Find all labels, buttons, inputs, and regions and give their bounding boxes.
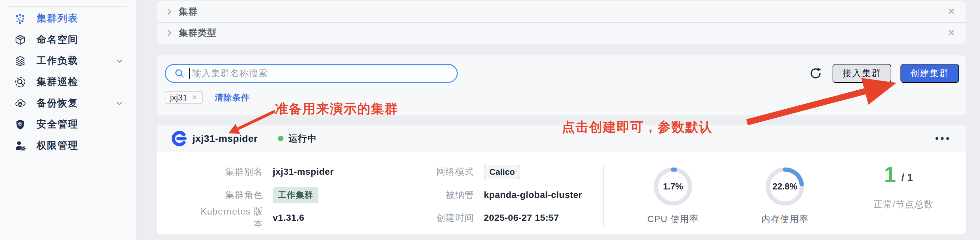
nodes-ready-count: 1 bbox=[884, 165, 896, 184]
sidebar-item-label: 集群列表 bbox=[37, 12, 78, 25]
cluster-card-body: 集群别名 jxj31-mspider 集群角色 工作集群 Kubernetes … bbox=[157, 152, 966, 234]
detail-row: 创建时间 2025-06-27 15:57 bbox=[398, 211, 559, 225]
close-icon[interactable]: ✕ bbox=[948, 7, 955, 16]
sidebar: 集群列表 命名空间 工作负载 bbox=[0, 0, 136, 240]
nodes-total-count: / 1 bbox=[901, 172, 913, 184]
filter-tag[interactable]: jxj31 ✕ bbox=[165, 91, 203, 104]
sidebar-nav: 集群列表 命名空间 工作负载 bbox=[0, 8, 136, 156]
detail-row: 集群别名 jxj31-mspider bbox=[196, 165, 334, 179]
detail-row: 被纳管 kpanda-global-cluster bbox=[398, 188, 582, 202]
backup-icon bbox=[14, 97, 26, 109]
sidebar-item-label: 集群巡检 bbox=[37, 75, 78, 89]
create-cluster-button[interactable]: 创建集群 bbox=[900, 64, 959, 83]
chevron-down-icon[interactable] bbox=[115, 56, 124, 65]
sidebar-item-cluster-list[interactable]: 集群列表 bbox=[0, 8, 136, 29]
memory-usage-label: 内存使用率 bbox=[743, 213, 827, 225]
close-icon[interactable]: ✕ bbox=[948, 29, 955, 38]
sidebar-item-label: 备份恢复 bbox=[37, 97, 78, 110]
status-dot bbox=[278, 136, 283, 141]
sidebar-item-security[interactable]: 安全管理 bbox=[0, 114, 136, 135]
detail-label: Kubernetes 版本 bbox=[196, 205, 263, 230]
search-icon bbox=[174, 68, 185, 79]
cpu-usage-label: CPU 使用率 bbox=[631, 213, 716, 225]
refresh-icon[interactable] bbox=[808, 66, 823, 81]
cluster-logo-icon bbox=[171, 130, 188, 147]
filter-tag-text: jxj31 bbox=[170, 92, 187, 103]
workload-icon bbox=[14, 55, 26, 67]
detail-value: v1.31.6 bbox=[273, 213, 304, 223]
memory-usage-value: 22.8% bbox=[764, 165, 806, 208]
security-shield-icon bbox=[14, 119, 26, 130]
inspection-icon bbox=[14, 76, 26, 88]
search-row: 输入集群名称搜索 接入集群 创建集群 bbox=[157, 56, 966, 83]
sidebar-item-namespace[interactable]: 命名空间 bbox=[0, 29, 136, 50]
namespace-icon bbox=[14, 34, 26, 46]
clear-filters-link[interactable]: 清除条件 bbox=[215, 92, 250, 103]
cluster-name[interactable]: jxj31-mspider bbox=[192, 133, 258, 144]
nodes-summary: 1 / 1 bbox=[884, 165, 913, 184]
detail-label: 集群角色 bbox=[196, 189, 263, 201]
network-mode-badge: Calico bbox=[484, 165, 520, 180]
memory-usage-metric: 22.8% 内存使用率 bbox=[743, 165, 827, 225]
sidebar-item-inspection[interactable]: 集群巡检 bbox=[0, 72, 136, 92]
panel-label: 集群类型 bbox=[179, 27, 216, 39]
chevron-right-icon[interactable] bbox=[165, 29, 173, 37]
connect-cluster-button[interactable]: 接入集群 bbox=[832, 64, 891, 83]
detail-label: 被纳管 bbox=[398, 189, 474, 201]
annotation-note-create-default: 点击创建即可，参数默认 bbox=[562, 118, 713, 136]
cluster-role-badge: 工作集群 bbox=[273, 187, 318, 203]
cpu-usage-value: 1.7% bbox=[652, 165, 694, 208]
detail-row: Kubernetes 版本 v1.31.6 bbox=[196, 211, 304, 225]
detail-row: 网络模式 Calico bbox=[398, 165, 520, 179]
sidebar-item-label: 工作负载 bbox=[37, 54, 78, 67]
cluster-card-header: jxj31-mspider 运行中 ••• bbox=[157, 125, 966, 152]
cluster-card: jxj31-mspider 运行中 ••• 集群别名 jxj31-mspider… bbox=[157, 125, 966, 234]
detail-row: 集群角色 工作集群 bbox=[196, 188, 318, 202]
sidebar-item-label: 权限管理 bbox=[37, 139, 78, 152]
panel-row-cluster[interactable]: 集群 ✕ bbox=[157, 1, 966, 22]
status-badge: 运行中 bbox=[288, 132, 317, 145]
detail-label: 创建时间 bbox=[398, 211, 474, 224]
search-input[interactable]: 输入集群名称搜索 bbox=[165, 64, 458, 83]
detail-label: 集群别名 bbox=[196, 166, 263, 178]
sidebar-item-workload[interactable]: 工作负载 bbox=[0, 50, 136, 72]
toolbar-actions: 接入集群 创建集群 bbox=[808, 64, 959, 83]
remove-filter-icon[interactable]: ✕ bbox=[191, 94, 197, 102]
permission-user-gear-icon bbox=[14, 140, 26, 152]
memory-donut-chart: 22.8% bbox=[764, 165, 806, 208]
chevron-right-icon[interactable] bbox=[165, 8, 173, 16]
more-actions-icon[interactable]: ••• bbox=[935, 134, 951, 143]
text-caret bbox=[189, 68, 190, 79]
cpu-usage-metric: 1.7% CPU 使用率 bbox=[631, 165, 716, 225]
sidebar-item-permission[interactable]: 权限管理 bbox=[0, 135, 136, 156]
annotation-note-demo-cluster: 准备用来演示的集群 bbox=[275, 100, 398, 118]
nodes-summary-label: 正常/节点总数 bbox=[873, 198, 933, 211]
sidebar-item-label: 命名空间 bbox=[37, 33, 78, 46]
sidebar-divider bbox=[9, 6, 127, 7]
filter-panels: 集群 ✕ 集群类型 ✕ bbox=[157, 1, 966, 44]
detail-value: kpanda-global-cluster bbox=[484, 190, 582, 200]
cpu-donut-chart: 1.7% bbox=[652, 165, 694, 208]
cluster-list-icon bbox=[14, 13, 26, 24]
vertical-divider bbox=[603, 164, 604, 226]
panel-label: 集群 bbox=[179, 6, 198, 18]
search-placeholder: 输入集群名称搜索 bbox=[192, 67, 268, 79]
chevron-down-icon[interactable] bbox=[115, 99, 124, 108]
panel-row-cluster-type[interactable]: 集群类型 ✕ bbox=[157, 22, 966, 43]
detail-label: 网络模式 bbox=[398, 166, 474, 178]
detail-value: jxj31-mspider bbox=[273, 167, 334, 177]
sidebar-item-backup[interactable]: 备份恢复 bbox=[0, 92, 136, 114]
sidebar-item-label: 安全管理 bbox=[37, 118, 78, 131]
detail-value: 2025-06-27 15:57 bbox=[484, 213, 559, 223]
